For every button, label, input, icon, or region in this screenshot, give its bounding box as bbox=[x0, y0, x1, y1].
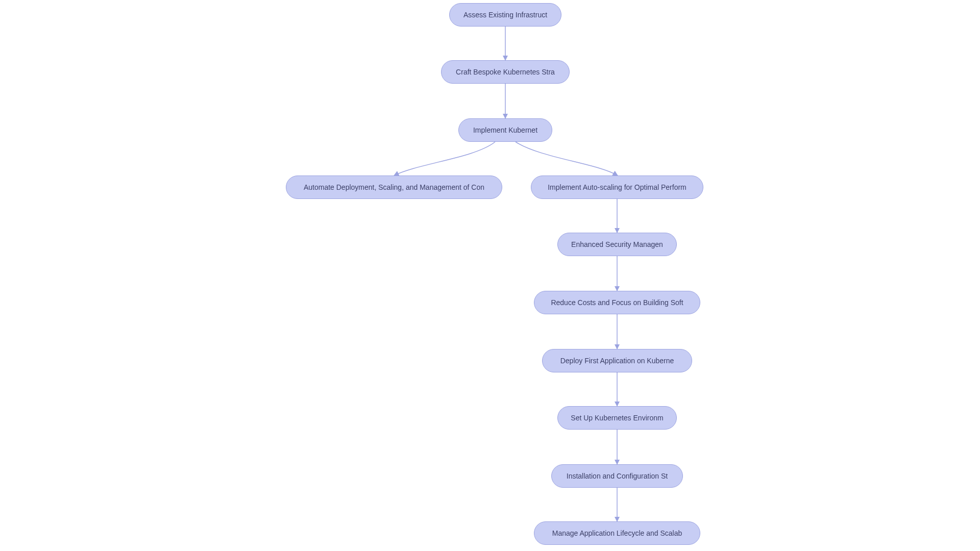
node-auto-scaling[interactable]: Implement Auto-scaling for Optimal Perfo… bbox=[531, 176, 703, 199]
node-implement-kubernetes[interactable]: Implement Kubernet bbox=[458, 118, 552, 142]
node-automate-deployment[interactable]: Automate Deployment, Scaling, and Manage… bbox=[286, 176, 502, 199]
node-deploy-first-app[interactable]: Deploy First Application on Kuberne bbox=[542, 349, 692, 372]
flowchart-canvas: Assess Existing Infrastruct Craft Bespok… bbox=[0, 0, 980, 551]
node-setup-environment[interactable]: Set Up Kubernetes Environm bbox=[557, 406, 677, 430]
edge-n3-n5 bbox=[516, 142, 618, 176]
node-assess-infrastructure[interactable]: Assess Existing Infrastruct bbox=[449, 3, 561, 27]
node-manage-lifecycle[interactable]: Manage Application Lifecycle and Scalab bbox=[534, 521, 700, 545]
edge-n3-n4 bbox=[394, 142, 495, 176]
node-craft-strategy[interactable]: Craft Bespoke Kubernetes Stra bbox=[441, 60, 570, 84]
node-reduce-costs[interactable]: Reduce Costs and Focus on Building Soft bbox=[534, 291, 700, 314]
node-install-config[interactable]: Installation and Configuration St bbox=[551, 464, 683, 488]
node-security-management[interactable]: Enhanced Security Managen bbox=[557, 233, 677, 256]
